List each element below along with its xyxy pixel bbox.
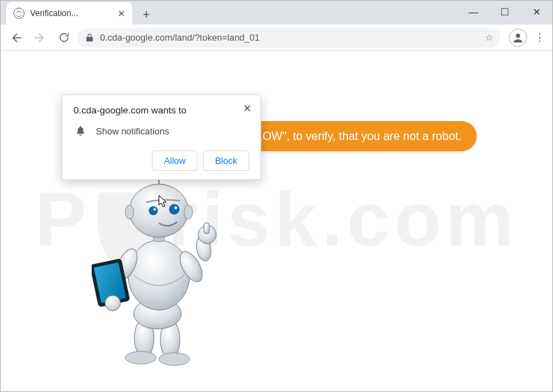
reload-icon: [58, 31, 70, 43]
maximize-button[interactable]: ☐: [489, 1, 521, 23]
minimize-button[interactable]: —: [458, 1, 489, 23]
allow-button[interactable]: Allow: [152, 150, 197, 171]
arrow-right-icon: [34, 31, 46, 44]
permission-label: Show notifications: [96, 126, 169, 136]
profile-avatar[interactable]: [509, 29, 527, 47]
lock-icon: [85, 33, 94, 43]
svg-point-21: [184, 205, 192, 219]
svg-point-0: [516, 34, 520, 38]
arrow-left-icon: [10, 31, 22, 44]
svg-point-22: [149, 206, 158, 216]
globe-icon: [13, 8, 24, 19]
svg-point-17: [130, 184, 188, 237]
tab-title: Verification...: [30, 8, 112, 18]
back-button[interactable]: [6, 28, 26, 48]
svg-point-4: [159, 353, 190, 365]
new-tab-button[interactable]: +: [136, 5, 156, 24]
svg-point-24: [153, 208, 156, 211]
address-bar[interactable]: 0.cda-google.com/land/?token=land_01 ☆: [78, 28, 500, 48]
permission-origin: 0.cda-google.com wants to: [74, 105, 249, 115]
window-controls: — ☐ ✕: [458, 1, 552, 23]
url-text: 0.cda-google.com/land/?token=land_01: [100, 32, 479, 43]
cursor-icon: [158, 195, 169, 209]
menu-button[interactable]: ⋮: [533, 31, 547, 44]
kebab-icon: ⋮: [534, 31, 545, 43]
bell-icon: [75, 125, 86, 136]
browser-tab[interactable]: Verification... ✕: [6, 2, 132, 24]
reload-button[interactable]: [54, 28, 74, 48]
block-button[interactable]: Block: [203, 150, 249, 171]
svg-point-23: [169, 204, 180, 215]
notification-permission-prompt: ✕ 0.cda-google.com wants to Show notific…: [62, 94, 261, 180]
svg-point-3: [125, 351, 156, 364]
person-icon: [512, 31, 524, 44]
close-window-button[interactable]: ✕: [521, 1, 552, 23]
close-icon[interactable]: ✕: [243, 102, 252, 115]
browser-toolbar: 0.cda-google.com/land/?token=land_01 ☆ ⋮: [1, 24, 552, 51]
robot-illustration: [92, 156, 232, 366]
forward-button[interactable]: [30, 28, 50, 48]
svg-point-20: [125, 205, 134, 219]
svg-point-25: [174, 206, 177, 209]
tab-strip: Verification... ✕ + — ☐ ✕: [1, 1, 552, 24]
svg-point-6: [128, 240, 190, 310]
bookmark-star-icon[interactable]: ☆: [485, 32, 493, 43]
svg-rect-15: [204, 223, 209, 234]
svg-point-11: [105, 295, 120, 311]
close-tab-icon[interactable]: ✕: [118, 8, 125, 19]
watermark-text: P: [35, 174, 90, 263]
page-content: P risk.com Press "ALLOW", to verify, tha…: [1, 51, 552, 386]
